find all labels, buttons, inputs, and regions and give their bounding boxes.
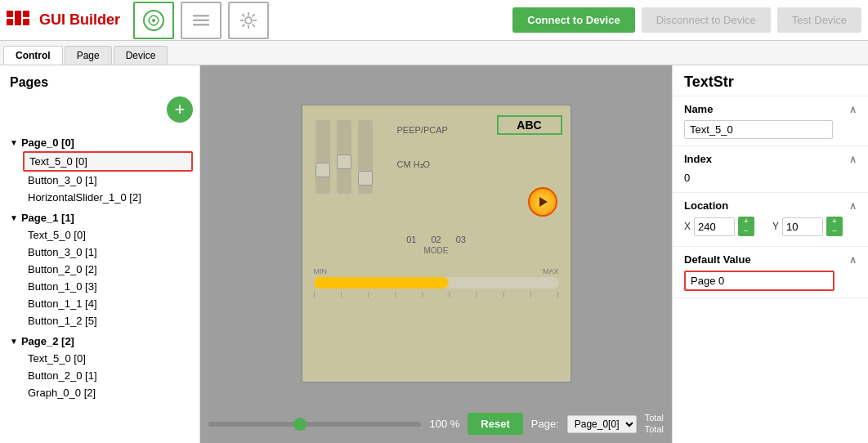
min-label: MIN [314, 267, 328, 275]
page-select[interactable]: Page_0[0] [567, 415, 637, 433]
vert-slider-3[interactable] [358, 120, 373, 194]
page1-button30[interactable]: Button_3_0 [1] [23, 244, 193, 261]
svg-marker-11 [539, 197, 548, 207]
page1-header[interactable]: ▼ Page_1 [1] [7, 209, 193, 226]
page1-button11[interactable]: Button_1_1 [4] [23, 295, 193, 312]
tree-section-page1: ▼ Page_1 [1] Text_5_0 [0] Button_3_0 [1]… [7, 209, 193, 329]
index-section: Index ∧ 0 [673, 146, 868, 193]
y-decrement[interactable]: − [826, 226, 843, 236]
nav-list-btn[interactable] [181, 2, 221, 39]
svg-rect-8 [193, 19, 209, 21]
tree-item-text50[interactable]: Text_5_0 [0] [23, 151, 193, 172]
y-input[interactable] [782, 217, 823, 236]
default-value-input[interactable] [684, 271, 834, 291]
name-label: Name [684, 103, 713, 115]
pages-icon [142, 9, 165, 32]
svg-rect-1 [7, 19, 13, 25]
tabs-bar: Control Page Device [0, 41, 868, 65]
y-group: Y + − [772, 217, 843, 236]
header: GUI Builder Connect to Device Disconnect… [0, 0, 868, 41]
default-header[interactable]: Default Value ∧ [684, 253, 857, 266]
page2-header[interactable]: ▼ Page_2 [2] [7, 333, 193, 350]
y-increment[interactable]: + [826, 217, 843, 226]
nav-pages-btn[interactable] [133, 2, 174, 39]
tree-section-page0: ▼ Page_0 [0] Text_5_0 [0] Button_3_0 [1]… [7, 134, 193, 206]
test-button[interactable]: Test Device [777, 7, 861, 33]
tab-device[interactable]: Device [114, 46, 168, 65]
list-icon [190, 9, 213, 32]
page1-arrow: ▼ [10, 213, 18, 222]
location-label: Location [684, 199, 728, 212]
panel-title: TextStr [673, 65, 868, 96]
tab-page[interactable]: Page [65, 46, 112, 65]
logo-text: GUI Builder [39, 11, 120, 29]
name-input[interactable] [684, 120, 833, 139]
page-label: Page: [531, 418, 559, 430]
play-icon [535, 194, 551, 210]
x-stepper: + − [738, 217, 754, 236]
svg-rect-2 [15, 11, 21, 25]
y-stepper: + − [826, 217, 843, 236]
vert-slider-2[interactable] [337, 120, 351, 194]
horiz-slider[interactable] [314, 277, 559, 289]
name-section: Name ∧ [673, 96, 868, 146]
location-header[interactable]: Location ∧ [684, 199, 857, 212]
name-chevron: ∧ [849, 104, 857, 115]
nav-gear-btn[interactable] [228, 2, 269, 39]
disconnect-button[interactable]: Disconnect to Device [642, 7, 771, 33]
svg-rect-9 [193, 24, 209, 26]
name-header[interactable]: Name ∧ [684, 103, 857, 115]
index-label: Index [684, 153, 712, 165]
page2-graph00[interactable]: Graph_0_0 [2] [23, 384, 193, 401]
vert-slider-1[interactable] [315, 120, 330, 194]
x-label: X [684, 221, 691, 232]
tree-section-page2: ▼ Page_2 [2] Text_5_0 [0] Button_2_0 [1]… [7, 333, 193, 401]
svg-point-6 [152, 19, 155, 22]
page2-button20[interactable]: Button_2_0 [1] [23, 367, 193, 384]
default-chevron: ∧ [849, 254, 857, 266]
sidebar: Pages + ▼ Page_0 [0] Text_5_0 [0] Button… [0, 65, 200, 443]
svg-rect-0 [7, 11, 13, 17]
page0-label: Page_0 [0] [21, 136, 74, 149]
horiz-slider-area: MIN MAX |||||||||| [302, 262, 570, 304]
page1-button10[interactable]: Button_1_0 [3] [23, 278, 193, 295]
page2-text50[interactable]: Text_5_0 [0] [23, 350, 193, 367]
page1-button12[interactable]: Button_1_2 [5] [23, 312, 193, 329]
right-panel: TextStr Name ∧ Index ∧ 0 Location ∧ [672, 65, 868, 443]
page0-header[interactable]: ▼ Page_0 [0] [7, 134, 193, 151]
page1-button20[interactable]: Button_2_0 [2] [23, 261, 193, 278]
x-input[interactable] [694, 217, 735, 236]
location-section: Location ∧ X + − Y + [673, 193, 868, 247]
logo-icon [7, 6, 36, 35]
tree-item-button30[interactable]: Button_3_0 [1] [23, 172, 193, 189]
reset-button[interactable]: Reset [468, 413, 522, 435]
index-chevron: ∧ [849, 154, 857, 165]
default-value-section: Default Value ∧ [673, 247, 868, 298]
gear-icon [237, 9, 260, 32]
main-layout: Pages + ▼ Page_0 [0] Text_5_0 [0] Button… [0, 65, 868, 443]
max-label: MAX [543, 267, 559, 275]
tree-item-hslider10[interactable]: HorizontalSlider_1_0 [2] [23, 189, 193, 206]
default-label: Default Value [684, 253, 751, 266]
page0-arrow: ▼ [10, 138, 18, 147]
mode-label: MODE [302, 246, 570, 255]
peep-label: PEEP/PCAP [397, 125, 448, 135]
zoom-slider[interactable] [208, 422, 421, 427]
page2-children: Text_5_0 [0] Button_2_0 [1] Graph_0_0 [2… [7, 350, 193, 401]
orange-button[interactable] [528, 187, 557, 217]
add-page-button[interactable]: + [167, 96, 193, 123]
connect-button[interactable]: Connect to Device [512, 7, 634, 33]
index-header[interactable]: Index ∧ [684, 153, 857, 165]
tab-control[interactable]: Control [3, 46, 63, 65]
svg-rect-3 [23, 11, 29, 17]
page1-children: Text_5_0 [0] Button_3_0 [1] Button_2_0 [… [7, 226, 193, 329]
x-increment[interactable]: + [738, 217, 754, 226]
cm-label: CM H₂O [397, 159, 448, 170]
x-decrement[interactable]: − [738, 226, 754, 236]
page2-label: Page_2 [2] [21, 335, 74, 347]
page1-text50[interactable]: Text_5_0 [0] [23, 226, 193, 244]
page1-label: Page_1 [1] [21, 212, 74, 224]
index-value: 0 [684, 170, 857, 186]
location-xy-row: X + − Y + − [684, 217, 857, 236]
device-screen: ABC PEEP/PCAP CM H₂O [302, 105, 571, 383]
